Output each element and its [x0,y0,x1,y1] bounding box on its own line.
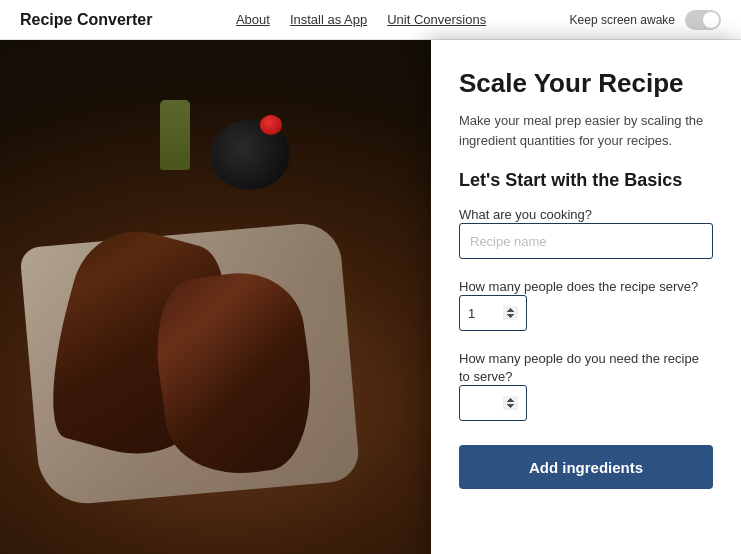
main-nav: About Install as App Unit Conversions [236,12,486,27]
serves-input-wrapper [459,295,527,331]
serves-label: How many people does the recipe serve? [459,279,698,294]
app-logo: Recipe Converter [20,11,153,29]
app-header: Recipe Converter About Install as App Un… [0,0,741,40]
panel-title: Scale Your Recipe [459,68,713,99]
recipe-name-input[interactable] [459,223,713,259]
nav-about[interactable]: About [236,12,270,27]
need-input[interactable] [459,385,527,421]
cooking-label: What are you cooking? [459,207,592,222]
panel-description: Make your meal prep easier by scaling th… [459,111,713,150]
need-label: How many people do you need the recipe t… [459,351,699,384]
tomato [260,115,282,135]
serves-input[interactable] [459,295,527,331]
oil-bottle [160,100,190,170]
nav-install[interactable]: Install as App [290,12,367,27]
keep-awake-label: Keep screen awake [570,13,675,27]
nav-unit-conversions[interactable]: Unit Conversions [387,12,486,27]
need-input-wrapper [459,385,527,421]
main-content: Scale Your Recipe Make your meal prep ea… [0,40,741,554]
recipe-panel: Scale Your Recipe Make your meal prep ea… [431,40,741,554]
header-right: Keep screen awake [570,10,721,30]
add-ingredients-button[interactable]: Add ingredients [459,445,713,489]
panel-subtitle: Let's Start with the Basics [459,170,713,191]
keep-awake-toggle[interactable] [685,10,721,30]
